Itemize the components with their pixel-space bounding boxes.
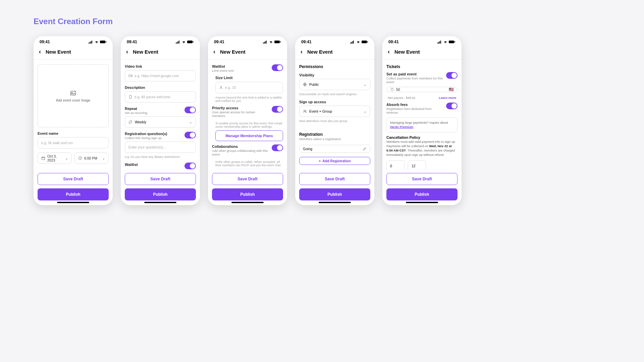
battery-icon: [100, 40, 107, 44]
screen-header: ‹ New Event: [208, 46, 287, 60]
publish-button[interactable]: Publish: [125, 188, 196, 200]
event-name-input[interactable]: [38, 137, 109, 148]
signup-value: Event + Group: [309, 109, 332, 113]
collab-sub: Add other groups collaborating with this…: [212, 149, 269, 156]
save-draft-button[interactable]: Save Draft: [299, 173, 370, 185]
back-icon[interactable]: ‹: [388, 48, 390, 55]
cancel-policy-title: Cancellation Policy: [386, 135, 458, 139]
svg-rect-30: [367, 41, 368, 43]
svg-point-40: [392, 88, 392, 89]
status-time: 09:41: [388, 40, 399, 44]
chevron-down-icon: ⌄: [189, 120, 192, 124]
battery-icon: [449, 40, 455, 44]
visibility-value: Public: [309, 82, 319, 86]
svg-rect-19: [265, 41, 266, 44]
registration-row-going[interactable]: Going: [299, 145, 370, 153]
publish-button[interactable]: Publish: [299, 188, 370, 200]
publish-button[interactable]: Publish: [386, 188, 458, 200]
status-icons: [89, 40, 107, 44]
status-time: 09:41: [127, 40, 137, 44]
heylo-premium-link[interactable]: Heylo Premium: [390, 125, 413, 129]
wifi-icon: [269, 40, 273, 44]
calendar-icon: [41, 156, 45, 160]
add-registration-button[interactable]: + Add Registration: [299, 157, 370, 165]
paid-label: Set as paid event: [386, 72, 443, 76]
screen-header: ‹ New Event: [382, 46, 462, 60]
paid-sub: Collect payments from members for this e…: [386, 76, 443, 84]
publish-button[interactable]: Publish: [38, 188, 109, 200]
visibility-select[interactable]: Public ⌄: [299, 79, 370, 90]
regq-input[interactable]: [125, 141, 196, 153]
status-time: 09:41: [40, 40, 50, 44]
repeat-select[interactable]: Weekly ⌄: [125, 116, 196, 128]
phone-screen-5: 09:41 ‹ New Event Tickets Set as paid ev…: [382, 36, 462, 205]
svg-rect-13: [179, 41, 179, 44]
visibility-hint: Discoverable on Heylo and search engines: [299, 93, 370, 96]
screen-footer: Save Draft Publish: [295, 170, 374, 205]
back-icon[interactable]: ‹: [301, 48, 303, 55]
going-label: Going: [303, 147, 312, 151]
status-bar: 09:41: [34, 36, 113, 46]
time-value: 6:00 PM: [84, 156, 100, 160]
description-label: Description: [125, 85, 196, 89]
phone-screen-3: 09:41 ‹ New Event Waitlist Limit event s…: [208, 36, 287, 205]
svg-point-32: [304, 110, 305, 111]
save-draft-button[interactable]: Save Draft: [212, 173, 283, 185]
header-title: New Event: [394, 49, 420, 55]
svg-rect-14: [187, 41, 193, 43]
svg-rect-8: [42, 157, 45, 160]
repeat-label: Repeat: [125, 107, 182, 111]
svg-rect-2: [91, 41, 91, 44]
video-icon: [128, 74, 132, 78]
description-input[interactable]: [125, 91, 196, 103]
priority-label: Priority access: [212, 106, 269, 110]
save-draft-button[interactable]: Save Draft: [125, 173, 196, 185]
waitlist-toggle[interactable]: [272, 64, 283, 71]
wifi-icon: [443, 40, 448, 44]
priority-toggle[interactable]: [272, 106, 283, 113]
regq-label: Registration question(s): [125, 132, 182, 136]
price-input[interactable]: 50 🇺🇸: [386, 87, 458, 92]
collab-toggle[interactable]: [272, 144, 283, 151]
learn-more-link[interactable]: Learn more: [439, 96, 456, 100]
svg-rect-16: [129, 75, 131, 77]
absorb-toggle[interactable]: [446, 103, 458, 109]
publish-button[interactable]: Publish: [212, 188, 283, 200]
phone-screen-4: 09:41 ‹ New Event Permissions Visibility…: [295, 36, 374, 205]
regq-toggle[interactable]: [184, 132, 196, 138]
time-input[interactable]: 6:00 PM ⌄: [74, 153, 109, 164]
video-link-input[interactable]: [125, 70, 196, 81]
signup-select[interactable]: Event + Group ⌄: [299, 106, 370, 117]
cancel-value-2-input[interactable]: [408, 160, 426, 170]
net-payout: Net payout : $45.81: [388, 96, 416, 100]
date-input[interactable]: Oct 3, 2023 ⌄: [38, 153, 72, 164]
svg-rect-3: [92, 41, 92, 44]
back-icon[interactable]: ‹: [39, 48, 41, 55]
phone-screen-2: 09:41 ‹ New Event Video link Description: [121, 36, 200, 205]
screen-footer: Save Draft Publish: [382, 170, 462, 205]
waitlist-toggle[interactable]: [184, 163, 196, 169]
pencil-icon[interactable]: [363, 147, 367, 151]
manage-plans-button[interactable]: Manage Membership Plans: [215, 130, 283, 141]
size-limit-input[interactable]: [215, 82, 283, 93]
screen-content: Add event cover image Event name Oct 3, …: [34, 60, 113, 170]
signal-icon: [89, 40, 93, 44]
svg-rect-22: [280, 41, 281, 43]
price-value: 50: [396, 87, 447, 92]
svg-rect-12: [178, 41, 178, 44]
paid-toggle[interactable]: [446, 72, 458, 79]
cancel-value-1-input[interactable]: [386, 160, 405, 170]
chevron-down-icon: ⌄: [65, 156, 68, 161]
repeat-toggle[interactable]: [184, 107, 196, 113]
header-title: New Event: [133, 49, 158, 55]
svg-rect-28: [353, 41, 354, 44]
save-draft-button[interactable]: Save Draft: [38, 173, 109, 185]
screen-footer: Save Draft Publish: [34, 170, 113, 205]
cover-image-upload[interactable]: Add event cover image: [38, 64, 109, 127]
svg-rect-18: [264, 42, 265, 44]
back-icon[interactable]: ‹: [213, 48, 215, 55]
back-icon[interactable]: ‹: [126, 48, 128, 55]
save-draft-button[interactable]: Save Draft: [386, 173, 458, 185]
svg-rect-39: [454, 41, 455, 43]
screen-content: Video link Description Repeat Set as rec: [121, 60, 200, 170]
